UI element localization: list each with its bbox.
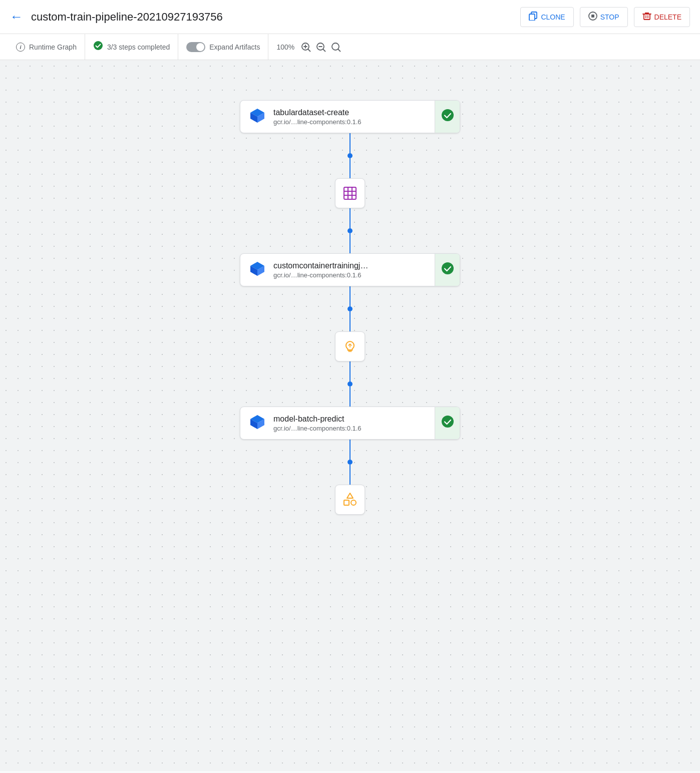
node-3-check-icon <box>441 415 454 431</box>
info-icon: i <box>16 43 25 52</box>
delete-icon <box>642 12 651 23</box>
delete-button[interactable]: DELETE <box>634 7 690 27</box>
svg-point-31 <box>442 416 454 428</box>
zoom-out-button[interactable] <box>315 42 326 53</box>
connector-line-3b <box>349 311 351 331</box>
node-2-check-icon <box>441 262 454 278</box>
toolbar: i Runtime Graph 3/3 steps completed Expa… <box>0 34 700 60</box>
svg-marker-32 <box>347 493 353 498</box>
segment-1 <box>347 133 353 178</box>
node-1-subtitle: gcr.io/…line-components:0.1.6 <box>273 118 452 126</box>
connector-dot-4 <box>347 381 353 386</box>
check-circle-icon <box>93 41 103 53</box>
connector-dot-3 <box>347 306 353 311</box>
connector-line-4b <box>349 386 351 407</box>
runtime-graph-item[interactable]: i Runtime Graph <box>8 34 85 60</box>
pipeline-node-1[interactable]: tabulardataset-create gcr.io/…line-compo… <box>240 100 460 133</box>
connector-line-2a <box>349 208 351 228</box>
svg-rect-33 <box>344 500 349 505</box>
shapes-icon <box>342 492 358 508</box>
connector-line-5a <box>349 440 351 460</box>
toggle-slider <box>186 42 205 52</box>
svg-point-5 <box>94 41 103 50</box>
svg-rect-24 <box>348 350 353 351</box>
node-2-icon <box>248 260 266 280</box>
connector-line-3a <box>349 286 351 306</box>
connector-line-2b <box>349 233 351 253</box>
clone-icon <box>529 12 538 23</box>
expand-artifacts-label: Expand Artifacts <box>209 43 260 51</box>
clone-button[interactable]: CLONE <box>520 7 573 27</box>
node-3-status <box>435 407 460 439</box>
svg-rect-3 <box>591 15 594 18</box>
header: ← custom-train-pipeline-20210927193756 C… <box>0 0 700 34</box>
connector-line-4a <box>349 361 351 381</box>
connector-dot-2 <box>347 228 353 233</box>
node-2-name: customcontainertrainingj… <box>273 261 452 270</box>
header-actions: CLONE STOP DELETE <box>520 7 690 27</box>
pipeline-title: custom-train-pipeline-20210927193756 <box>31 11 520 24</box>
zoom-controls: 100% <box>268 42 349 53</box>
segment-4 <box>347 361 353 407</box>
back-button[interactable]: ← <box>10 9 23 25</box>
expand-artifacts-item[interactable]: Expand Artifacts <box>178 34 268 60</box>
node-3-name: model-batch-predict <box>273 415 452 424</box>
zoom-in-button[interactable] <box>300 42 311 53</box>
svg-rect-14 <box>344 187 356 199</box>
stop-icon <box>588 12 597 23</box>
pipeline-container: tabulardataset-create gcr.io/…line-compo… <box>240 100 460 515</box>
svg-point-13 <box>442 109 454 121</box>
connector-dot-1 <box>347 153 353 158</box>
node-1-icon <box>248 107 266 127</box>
connector-line-5b <box>349 465 351 485</box>
connector-dot-5 <box>347 460 353 465</box>
expand-artifacts-toggle[interactable] <box>186 42 205 52</box>
stop-label: STOP <box>600 13 619 21</box>
delete-label: DELETE <box>654 13 681 21</box>
svg-point-34 <box>351 500 356 505</box>
node-1-text: tabulardataset-create gcr.io/…line-compo… <box>273 108 452 126</box>
pipeline-node-2[interactable]: customcontainertrainingj… gcr.io/…line-c… <box>240 253 460 286</box>
node-3-subtitle: gcr.io/…line-components:0.1.6 <box>273 425 452 432</box>
node-2-text: customcontainertrainingj… gcr.io/…line-c… <box>273 261 452 279</box>
connector-line-1b <box>349 158 351 178</box>
pipeline-node-3[interactable]: model-batch-predict gcr.io/…line-compone… <box>240 407 460 440</box>
segment-2 <box>347 208 353 253</box>
zoom-fit-button[interactable] <box>330 42 341 53</box>
node-3-text: model-batch-predict gcr.io/…line-compone… <box>273 415 452 432</box>
svg-rect-1 <box>529 14 535 21</box>
node-2-status <box>435 254 460 286</box>
svg-rect-25 <box>348 351 352 352</box>
node-1-name: tabulardataset-create <box>273 108 452 117</box>
node-3-icon <box>248 413 266 433</box>
pipeline-canvas: tabulardataset-create gcr.io/…line-compo… <box>0 60 700 771</box>
node-1-status <box>435 101 460 133</box>
runtime-graph-label: Runtime Graph <box>29 43 77 51</box>
steps-label: 3/3 steps completed <box>107 43 170 51</box>
svg-rect-4 <box>644 14 650 20</box>
artifact-node-3[interactable] <box>335 485 365 515</box>
steps-completed-item: 3/3 steps completed <box>85 34 178 60</box>
zoom-level: 100% <box>276 43 294 51</box>
artifact-node-1[interactable] <box>335 178 365 208</box>
node-1-check-icon <box>441 109 454 125</box>
clone-label: CLONE <box>541 13 565 21</box>
segment-5 <box>347 440 353 485</box>
stop-button[interactable]: STOP <box>580 7 628 27</box>
segment-3 <box>347 286 353 331</box>
svg-point-23 <box>442 262 454 274</box>
node-2-subtitle: gcr.io/…line-components:0.1.6 <box>273 271 452 279</box>
table-icon <box>342 186 358 201</box>
artifact-node-2[interactable] <box>335 331 365 361</box>
connector-line-1a <box>349 133 351 153</box>
lightbulb-icon <box>342 339 358 354</box>
